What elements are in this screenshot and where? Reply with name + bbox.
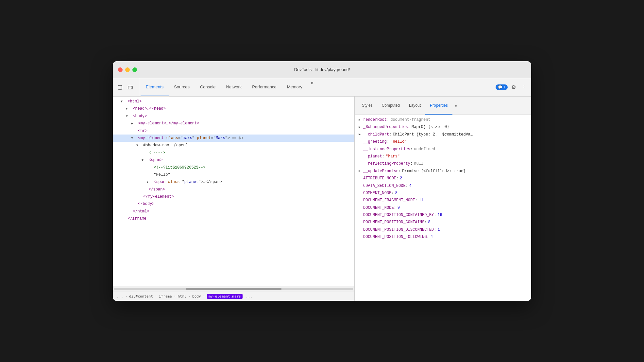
breadcrumb-active[interactable]: my-element.mars bbox=[207, 294, 243, 299]
span-triangle[interactable] bbox=[142, 157, 146, 163]
prop-planet[interactable]: ▶ __planet : "Mars" bbox=[355, 153, 531, 160]
tab-styles[interactable]: Styles bbox=[357, 97, 377, 115]
html-triangle[interactable] bbox=[121, 99, 125, 104]
breadcrumb-div[interactable]: div#content bbox=[129, 294, 153, 299]
properties-panel: Styles Computed Layout Properties » bbox=[355, 97, 531, 301]
panel-more-button[interactable]: » bbox=[452, 97, 460, 115]
body-close-node[interactable]: </body> bbox=[113, 200, 354, 208]
titlebar: DevTools - lit.dev/playground/ bbox=[113, 61, 531, 78]
tab-network[interactable]: Network bbox=[221, 78, 247, 96]
breadcrumb-html[interactable]: html bbox=[178, 294, 187, 299]
hr-node[interactable]: <hr> bbox=[113, 127, 354, 135]
breadcrumb-body[interactable]: body bbox=[192, 294, 201, 299]
shadow-root-triangle[interactable] bbox=[136, 143, 141, 148]
breadcrumb-bar: ... › div#content › iframe › html › body… bbox=[113, 292, 354, 301]
tab-performance[interactable]: Performance bbox=[247, 78, 281, 96]
prop-DOCUMENT_POSITION_CONTAINED_BY[interactable]: ▶ DOCUMENT_POSITION_CONTAINED_BY : 16 bbox=[355, 211, 531, 219]
prop-updatePromise-triangle[interactable]: ▶ bbox=[359, 168, 363, 174]
maximize-button[interactable] bbox=[132, 67, 137, 72]
svg-rect-2 bbox=[128, 86, 133, 89]
prop-greeting[interactable]: ▶ __greeting : "Hello" bbox=[355, 138, 531, 145]
head-triangle[interactable] bbox=[126, 106, 130, 112]
three-dots-button[interactable]: ⋮ bbox=[519, 83, 529, 92]
prop-updatePromise[interactable]: ▶ __updatePromise : Promise {<fulfilled>… bbox=[355, 168, 531, 175]
body-triangle[interactable] bbox=[126, 114, 130, 119]
my-element-selected-node[interactable]: <my-element class="mars" planet="Mars"> … bbox=[113, 135, 354, 142]
scrollbar-thumb[interactable] bbox=[186, 288, 281, 290]
my-element-1-triangle[interactable] bbox=[131, 121, 136, 126]
comment-1-node[interactable]: <!----> bbox=[113, 149, 354, 156]
dom-tree[interactable]: <html> <head>…</head> <body> <my-element… bbox=[113, 97, 354, 286]
my-element-1-node[interactable]: <my-element>…</my-element> bbox=[113, 120, 354, 127]
main-content: <html> <head>…</head> <body> <my-element… bbox=[113, 97, 531, 301]
span-node[interactable]: <span> bbox=[113, 156, 354, 164]
more-tabs-button[interactable]: » bbox=[308, 78, 317, 87]
prop-renderRoot[interactable]: ▶ renderRoot : document-fragment bbox=[355, 116, 531, 123]
cursor-icon[interactable] bbox=[115, 83, 125, 92]
prop-DOCUMENT_FRAGMENT_NODE[interactable]: ▶ DOCUMENT_FRAGMENT_NODE : 11 bbox=[355, 197, 531, 204]
tab-properties[interactable]: Properties bbox=[425, 97, 452, 115]
prop-CDATA_SECTION_NODE[interactable]: ▶ CDATA_SECTION_NODE : 4 bbox=[355, 182, 531, 190]
hello-text-node[interactable]: "Hello" bbox=[113, 171, 354, 178]
devtools-panel: Elements Sources Console Network Perform… bbox=[113, 78, 531, 301]
span-planet-node[interactable]: <span class="planet">…</span> bbox=[113, 178, 354, 186]
iframe-partial-node[interactable]: </iframe bbox=[113, 215, 354, 222]
svg-rect-3 bbox=[131, 87, 132, 88]
prop-DOCUMENT_POSITION_CONTAINS[interactable]: ▶ DOCUMENT_POSITION_CONTAINS : 8 bbox=[355, 219, 531, 226]
prop-renderRoot-triangle[interactable]: ▶ bbox=[359, 117, 363, 123]
span-planet-triangle[interactable] bbox=[147, 179, 151, 185]
prop-childPart[interactable]: ▶ __childPart : ChildPart {type: 2, _$co… bbox=[355, 131, 531, 138]
my-element-close-node[interactable]: </my-element> bbox=[113, 193, 354, 200]
tab-sources[interactable]: Sources bbox=[169, 78, 195, 96]
scrollbar-track[interactable] bbox=[114, 288, 353, 290]
my-element-2-triangle[interactable] bbox=[131, 136, 136, 141]
html-close-node[interactable]: </html> bbox=[113, 208, 354, 215]
main-tabs-bar: Elements Sources Console Network Perform… bbox=[113, 78, 531, 97]
window-title: DevTools - lit.dev/playground/ bbox=[294, 67, 350, 72]
chat-badge[interactable]: 💬 1 bbox=[496, 84, 508, 90]
tool-icons bbox=[115, 78, 139, 96]
body-node[interactable]: <body> bbox=[113, 113, 354, 120]
dom-scrollbar[interactable] bbox=[113, 286, 354, 292]
tab-layout[interactable]: Layout bbox=[404, 97, 425, 115]
main-tabs-list: Elements Sources Console Network Perform… bbox=[141, 78, 493, 96]
tab-elements[interactable]: Elements bbox=[141, 78, 169, 96]
prop-ATTRIBUTE_NODE[interactable]: ▶ ATTRIBUTE_NODE : 2 bbox=[355, 175, 531, 182]
traffic-lights bbox=[118, 67, 137, 72]
comment-2-node[interactable]: <!--?lit$106992652$--> bbox=[113, 164, 354, 171]
settings-button[interactable]: ⚙ bbox=[509, 83, 518, 92]
responsive-icon[interactable] bbox=[126, 83, 135, 92]
prop-COMMENT_NODE[interactable]: ▶ COMMENT_NODE : 8 bbox=[355, 190, 531, 197]
prop-changedProperties-triangle[interactable]: ▶ bbox=[359, 124, 363, 130]
prop-DOCUMENT_POSITION_FOLLOWING[interactable]: ▶ DOCUMENT_POSITION_FOLLOWING : 4 bbox=[355, 233, 531, 241]
prop-changedProperties[interactable]: ▶ _$changedProperties : Map(0) {size: 0} bbox=[355, 123, 531, 131]
tab-console[interactable]: Console bbox=[195, 78, 221, 96]
tab-memory[interactable]: Memory bbox=[282, 78, 308, 96]
tab-computed[interactable]: Computed bbox=[377, 97, 404, 115]
breadcrumb-trailing-dots[interactable]: ... bbox=[245, 294, 252, 299]
prop-DOCUMENT_POSITION_DISCONNECTED[interactable]: ▶ DOCUMENT_POSITION_DISCONNECTED : 1 bbox=[355, 226, 531, 233]
html-node[interactable]: <html> bbox=[113, 98, 354, 105]
breadcrumb-iframe[interactable]: iframe bbox=[159, 294, 172, 299]
prop-instanceProperties[interactable]: ▶ __instanceProperties : undefined bbox=[355, 146, 531, 153]
prop-DOCUMENT_NODE[interactable]: ▶ DOCUMENT_NODE : 9 bbox=[355, 204, 531, 211]
prop-childPart-triangle[interactable]: ▶ bbox=[359, 132, 363, 137]
span-close-node[interactable]: </span> bbox=[113, 186, 354, 193]
breadcrumb-dots[interactable]: ... bbox=[117, 294, 123, 299]
minimize-button[interactable] bbox=[125, 67, 130, 72]
shadow-root-node[interactable]: #shadow-root (open) bbox=[113, 142, 354, 149]
head-node[interactable]: <head>…</head> bbox=[113, 105, 354, 112]
panel-tabs: Styles Computed Layout Properties » bbox=[355, 97, 531, 115]
dom-panel: <html> <head>…</head> <body> <my-element… bbox=[113, 97, 355, 301]
close-button[interactable] bbox=[118, 67, 123, 72]
tabs-right-actions: 💬 1 ⚙ ⋮ bbox=[493, 78, 529, 96]
prop-reflectingProperty[interactable]: ▶ __reflectingProperty : null bbox=[355, 160, 531, 167]
devtools-window: DevTools - lit.dev/playground/ bbox=[113, 61, 531, 301]
properties-content[interactable]: ▶ renderRoot : document-fragment ▶ _$cha… bbox=[355, 115, 531, 301]
svg-rect-0 bbox=[118, 85, 122, 89]
